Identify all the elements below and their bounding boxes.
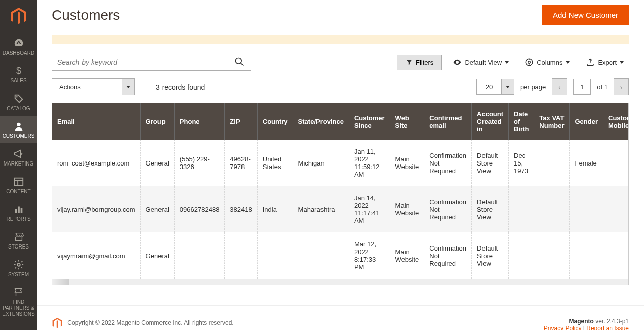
main-content: Customers Add New Customer Filters Defau…: [37, 0, 644, 330]
filters-button[interactable]: Filters: [397, 55, 442, 70]
person-icon: [13, 121, 24, 132]
page-size-select[interactable]: 20: [476, 79, 502, 95]
table-row[interactable]: vijay.rami@borngroup.comGeneral096627824…: [52, 186, 629, 232]
col-state[interactable]: State/Province: [293, 103, 349, 140]
export-button[interactable]: Export: [581, 54, 629, 70]
cell-confirmed: Confirmation Not Required: [424, 232, 472, 279]
cell-gender: [570, 232, 603, 279]
magento-logo[interactable]: [0, 0, 37, 33]
cell-zip: 49628-7978: [225, 140, 257, 186]
cell-mobile: [603, 140, 629, 186]
cell-gender: [570, 186, 603, 232]
col-created-in[interactable]: Account Created in: [472, 103, 509, 140]
col-website[interactable]: Web Site: [390, 103, 424, 140]
cell-state: Maharashtra: [293, 186, 349, 232]
default-view-button[interactable]: Default View: [448, 54, 514, 70]
report-issue-link[interactable]: Report an Issue: [586, 325, 629, 330]
col-phone[interactable]: Phone: [174, 103, 225, 140]
gear-icon: [13, 259, 24, 270]
prev-page-button[interactable]: ‹: [552, 78, 567, 95]
col-dob[interactable]: Date of Birth: [509, 103, 534, 140]
megaphone-icon: [13, 148, 24, 159]
page-footer: Copyright © 2022 Magento Commerce Inc. A…: [37, 305, 644, 330]
search-input[interactable]: [52, 54, 228, 70]
current-page-input[interactable]: [573, 79, 591, 95]
nav-content[interactable]: CONTENT: [0, 171, 37, 199]
nav-marketing[interactable]: MARKETING: [0, 143, 37, 171]
col-tax[interactable]: Tax VAT Number: [534, 103, 570, 140]
cell-website: Main Website: [390, 186, 424, 232]
table-row[interactable]: roni_cost@example.comGeneral(555) 229-33…: [52, 140, 629, 186]
col-since[interactable]: Customer Since: [349, 103, 390, 140]
col-email[interactable]: Email: [52, 103, 140, 140]
toolbar-top: Filters Default View Columns Export: [52, 54, 629, 71]
store-icon: [13, 231, 24, 242]
privacy-policy-link[interactable]: Privacy Policy: [544, 325, 582, 330]
nav-catalog[interactable]: CATALOG: [0, 88, 37, 116]
cell-dob: [509, 232, 534, 279]
svg-rect-8: [20, 208, 22, 213]
funnel-icon: [406, 59, 413, 66]
nav-customers[interactable]: CUSTOMERS: [0, 116, 37, 143]
table-row[interactable]: vijaymrami@gmail.comGeneralMar 12, 2022 …: [52, 232, 629, 279]
cell-since: Jan 14, 2022 11:17:41 AM: [349, 186, 390, 232]
svg-point-10: [236, 58, 242, 64]
nav-system[interactable]: SYSTEM: [0, 254, 37, 282]
chevron-down-icon: [505, 61, 509, 64]
cell-state: Michigan: [293, 140, 349, 186]
chevron-down-icon[interactable]: [502, 79, 514, 95]
actions-dropdown[interactable]: Actions: [52, 78, 135, 95]
chevron-down-icon: [122, 78, 135, 95]
page-title: Customers: [52, 7, 120, 23]
col-group[interactable]: Group: [140, 103, 174, 140]
add-new-customer-button[interactable]: Add New Customer: [542, 5, 629, 25]
nav-partners[interactable]: FIND PARTNERS & EXTENSIONS: [0, 282, 37, 321]
gauge-icon: [13, 38, 24, 49]
page-header: Customers Add New Customer: [37, 0, 644, 35]
cell-email: roni_cost@example.com: [52, 140, 140, 186]
cell-state: [293, 232, 349, 279]
svg-rect-3: [14, 178, 23, 186]
col-mobile[interactable]: Customer Mobile: [603, 103, 629, 140]
col-country[interactable]: Country: [257, 103, 293, 140]
cell-group: General: [140, 186, 174, 232]
cell-zip: [225, 232, 257, 279]
nav-sales[interactable]: $ SALES: [0, 60, 37, 88]
customers-grid: Email Group Phone ZIP Country State/Prov…: [52, 103, 629, 285]
total-pages-label: of 1: [597, 83, 608, 91]
col-gender[interactable]: Gender: [570, 103, 603, 140]
eye-icon: [453, 58, 462, 67]
per-page-label: per page: [520, 83, 546, 91]
col-confirmed[interactable]: Confirmed email: [424, 103, 472, 140]
cell-tax: [534, 232, 570, 279]
cell-confirmed: Confirmation Not Required: [424, 140, 472, 186]
cell-since: Mar 12, 2022 8:17:33 PM: [349, 232, 390, 279]
cell-phone: [174, 232, 225, 279]
svg-point-13: [528, 61, 531, 64]
dollar-icon: $: [13, 65, 24, 76]
tag-icon: [13, 93, 24, 104]
chevron-down-icon: [620, 61, 624, 64]
cell-phone: 09662782488: [174, 186, 225, 232]
records-found: 3 records found: [156, 83, 205, 91]
cell-created_in: Default Store View: [472, 140, 509, 186]
customers-table: Email Group Phone ZIP Country State/Prov…: [52, 103, 629, 279]
cell-since: Jan 11, 2022 11:59:12 AM: [349, 140, 390, 186]
horizontal-scrollbar[interactable]: [52, 279, 628, 285]
cell-dob: Dec 15, 1973: [509, 140, 534, 186]
search-button[interactable]: [228, 54, 251, 70]
columns-icon: [525, 58, 534, 67]
nav-reports[interactable]: REPORTS: [0, 199, 37, 226]
cell-country: India: [257, 186, 293, 232]
cell-country: United States: [257, 140, 293, 186]
next-page-button[interactable]: ›: [614, 78, 629, 95]
svg-point-2: [17, 123, 20, 126]
nav-stores[interactable]: STORES: [0, 226, 37, 254]
copyright-text: Copyright © 2022 Magento Commerce Inc. A…: [67, 319, 233, 326]
col-zip[interactable]: ZIP: [225, 103, 257, 140]
nav-dashboard[interactable]: DASHBOARD: [0, 33, 37, 60]
cell-created_in: Default Store View: [472, 232, 509, 279]
layout-icon: [13, 176, 24, 187]
svg-rect-7: [18, 207, 20, 213]
columns-button[interactable]: Columns: [520, 54, 575, 70]
